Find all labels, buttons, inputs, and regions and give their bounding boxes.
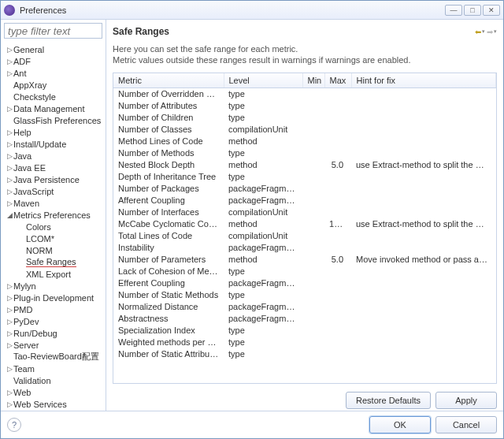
cell-hint[interactable] (351, 206, 496, 218)
cell-metric[interactable]: Weighted methods per Class (113, 336, 224, 348)
cell-max[interactable] (324, 147, 351, 158)
table-row[interactable]: Total Lines of CodecompilationUnit (113, 229, 496, 241)
tree-item[interactable]: ▷JavaScript (4, 185, 106, 197)
table-row[interactable]: Number of PackagespackageFragmentRoot (113, 182, 496, 194)
cell-hint[interactable] (351, 87, 496, 99)
expand-icon[interactable]: ▷ (6, 389, 13, 396)
tree-item[interactable]: ▷Data Management (4, 102, 106, 114)
tree-item[interactable]: ▷PMD (4, 303, 106, 315)
cell-min[interactable] (302, 87, 324, 99)
cell-min[interactable] (302, 194, 324, 206)
tree-item[interactable]: ▷Install/Update (4, 138, 106, 150)
cell-max[interactable] (324, 336, 351, 348)
cell-min[interactable] (302, 135, 324, 147)
expand-icon[interactable]: ▷ (6, 46, 13, 54)
expand-icon[interactable]: ▷ (6, 365, 13, 373)
cell-metric[interactable]: Number of Attributes (113, 99, 224, 111)
tree-item[interactable]: ▷Plug-in Development (4, 292, 106, 303)
cell-max[interactable]: 5.0 (324, 253, 351, 265)
cell-hint[interactable] (351, 135, 496, 147)
table-row[interactable]: Lack of Cohesion of Methodstype (113, 265, 496, 277)
expand-icon[interactable]: ▷ (6, 128, 13, 136)
cell-metric[interactable]: Method Lines of Code (113, 135, 224, 147)
tree-item[interactable]: ▷Java EE (4, 162, 106, 173)
table-row[interactable]: Number of Static Attributestype (113, 348, 496, 359)
expand-icon[interactable]: ▷ (6, 152, 13, 160)
col-level[interactable]: Level (224, 73, 302, 88)
cell-min[interactable] (302, 182, 324, 194)
expand-icon[interactable]: ▷ (6, 140, 13, 148)
cell-metric[interactable]: Number of Static Attributes (113, 348, 224, 359)
cell-metric[interactable]: Number of Static Methods (113, 288, 224, 300)
table-row[interactable]: Number of ClassescompilationUnit (113, 123, 496, 135)
cell-level[interactable]: type (224, 288, 302, 300)
tree-item[interactable]: ▷Ant (4, 67, 106, 79)
cell-min[interactable] (302, 253, 324, 265)
cell-min[interactable] (302, 265, 324, 277)
tree-item[interactable]: ▷Java Persistence (4, 173, 106, 185)
expand-icon[interactable]: ▷ (6, 294, 13, 302)
table-row[interactable]: Number of Parametersmethod5.0Move invoke… (113, 253, 496, 265)
cell-metric[interactable]: Number of Interfaces (113, 206, 224, 218)
cell-metric[interactable]: Specialization Index (113, 324, 224, 336)
table-row[interactable]: Number of Methodstype (113, 147, 496, 158)
apply-button[interactable]: Apply (435, 392, 497, 409)
tree-item[interactable]: Colors (4, 221, 106, 233)
cell-hint[interactable] (351, 170, 496, 182)
cell-hint[interactable] (351, 312, 496, 324)
expand-icon[interactable]: ▷ (6, 329, 13, 337)
cell-max[interactable] (324, 170, 351, 182)
cell-max[interactable] (324, 241, 351, 253)
cell-max[interactable] (324, 99, 351, 111)
col-hint[interactable]: Hint for fix (351, 73, 496, 88)
expand-icon[interactable]: ▷ (6, 105, 13, 113)
tree-item[interactable]: ▷Java (4, 150, 106, 162)
cell-max[interactable]: 5.0 (324, 158, 351, 170)
cell-max[interactable] (324, 277, 351, 288)
cell-max[interactable] (324, 229, 351, 241)
expand-icon[interactable]: ▷ (6, 58, 13, 65)
cell-min[interactable] (302, 348, 324, 359)
tree-item[interactable]: XML Export (4, 268, 106, 280)
cell-hint[interactable] (351, 182, 496, 194)
cell-level[interactable]: packageFragmentRoot (224, 182, 302, 194)
table-row[interactable]: Number of Childrentype (113, 111, 496, 123)
cell-min[interactable] (302, 300, 324, 312)
collapse-icon[interactable]: ◢ (6, 211, 13, 219)
cell-min[interactable] (302, 123, 324, 135)
expand-icon[interactable]: ▷ (6, 164, 13, 172)
cell-hint[interactable]: Move invoked method or pass an object (351, 253, 496, 265)
tree-item[interactable]: Safe Ranges (4, 256, 106, 268)
cell-max[interactable] (324, 312, 351, 324)
cell-level[interactable]: method (224, 253, 302, 265)
cell-metric[interactable]: Lack of Cohesion of Methods (113, 265, 224, 277)
cell-level[interactable]: type (224, 348, 302, 359)
cell-metric[interactable]: Number of Methods (113, 147, 224, 158)
ok-button[interactable]: OK (369, 416, 431, 433)
expand-icon[interactable]: ▷ (6, 176, 13, 184)
expand-icon[interactable]: ▷ (6, 69, 13, 77)
expand-icon[interactable]: ▷ (6, 318, 13, 326)
maximize-button[interactable]: □ (464, 5, 481, 16)
expand-icon[interactable]: ▷ (6, 188, 13, 195)
cell-metric[interactable]: Afferent Coupling (113, 194, 224, 206)
table-row[interactable]: Number of Attributestype (113, 99, 496, 111)
table-row[interactable]: Nested Block Depthmethod5.0use Extract-m… (113, 158, 496, 170)
preference-tree[interactable]: ▷General▷ADF▷AntAppXrayCheckstyle▷Data M… (1, 42, 106, 411)
cell-level[interactable]: compilationUnit (224, 123, 302, 135)
cell-hint[interactable] (351, 288, 496, 300)
tree-item[interactable]: ▷Web (4, 386, 106, 398)
cell-metric[interactable]: Efferent Coupling (113, 277, 224, 288)
back-menu-icon[interactable]: ▾ (482, 28, 485, 35)
cell-level[interactable]: method (224, 218, 302, 229)
cell-metric[interactable]: Instability (113, 241, 224, 253)
col-max[interactable]: Max (324, 73, 351, 88)
expand-icon[interactable]: ▷ (6, 341, 13, 349)
cell-hint[interactable] (351, 336, 496, 348)
filter-input[interactable] (4, 23, 102, 39)
cell-hint[interactable] (351, 300, 496, 312)
cell-max[interactable] (324, 194, 351, 206)
cell-min[interactable] (302, 147, 324, 158)
cell-level[interactable]: packageFragment (224, 277, 302, 288)
cell-metric[interactable]: Normalized Distance (113, 300, 224, 312)
